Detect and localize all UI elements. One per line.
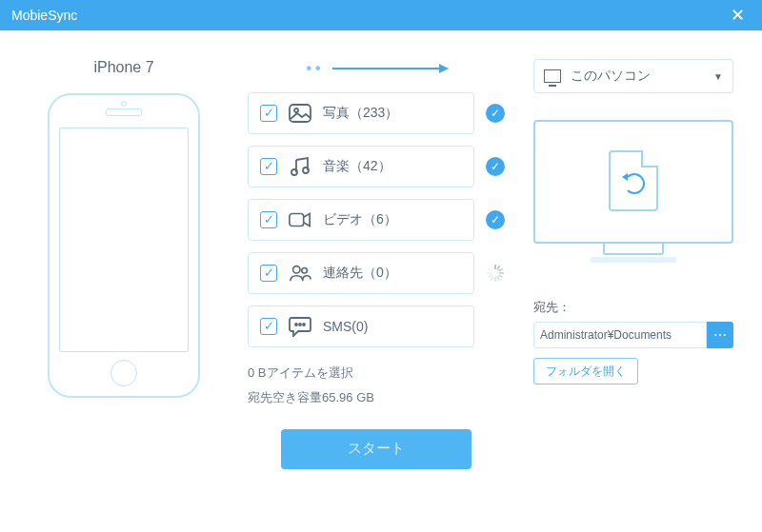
phone-illustration [48,93,200,398]
item-sms[interactable]: ✓ SMS(0) [248,305,474,347]
check-circle-icon: ✓ [486,104,505,123]
checkbox-icon[interactable]: ✓ [260,158,277,175]
video-icon [289,208,311,231]
check-circle-icon: ✓ [486,157,505,176]
data-type-list: ✓ 写真（233） ✓ ✓ 音楽（42） ✓ [248,92,505,347]
item-photos[interactable]: ✓ 写真（233） [248,92,474,134]
svg-point-1 [294,108,298,112]
source-panel: iPhone 7 [29,59,219,513]
item-video[interactable]: ✓ ビデオ（6） [248,199,474,241]
transfer-panel: •• ✓ 写真（233） ✓ ✓ 音楽（4 [248,59,505,513]
item-label: 連絡先（0） [323,265,397,282]
destination-selector-label: このパソコン [571,68,704,85]
item-label: SMS(0) [323,319,368,334]
arrow-icon: •• [248,59,505,77]
open-folder-button[interactable]: フォルダを開く [533,358,638,384]
svg-point-3 [303,167,309,173]
svg-point-6 [302,267,308,273]
freespace-label: 宛先空き容量65.96 GB [248,389,505,406]
monitor-icon [544,69,561,83]
monitor-illustration [533,120,733,244]
chevron-down-icon: ▼ [713,71,723,82]
item-label: 音楽（42） [323,158,391,175]
check-circle-icon: ✓ [486,210,505,229]
spinner-icon [486,265,505,282]
close-icon[interactable]: ✕ [725,5,751,26]
svg-point-9 [303,324,305,325]
titlebar: MobieSync ✕ [0,0,762,30]
file-refresh-icon [609,150,658,211]
sms-icon [289,315,311,338]
checkbox-icon[interactable]: ✓ [260,211,277,228]
photo-icon [289,102,311,125]
item-music[interactable]: ✓ 音楽（42） [248,146,474,187]
item-contacts[interactable]: ✓ 連絡先（0） [248,252,474,294]
contacts-icon [289,262,311,285]
svg-rect-0 [290,105,311,122]
destination-field-label: 宛先： [533,299,733,316]
svg-point-7 [295,324,297,325]
selected-size-label: 0 Bアイテムを選択 [248,365,505,382]
main-content: iPhone 7 •• ✓ 写真（233） ✓ [0,30,762,532]
start-button[interactable]: スタート [281,429,471,469]
app-title: MobieSync [11,8,77,23]
checkbox-icon[interactable]: ✓ [260,318,277,335]
checkbox-icon[interactable]: ✓ [260,105,277,122]
destination-selector[interactable]: このパソコン ▼ [533,59,733,93]
svg-point-8 [299,324,301,325]
music-icon [289,155,311,178]
checkbox-icon[interactable]: ✓ [260,265,277,282]
destination-panel: このパソコン ▼ 宛先： ⋯ フォルダを開く [533,59,733,513]
browse-button[interactable]: ⋯ [707,322,733,348]
item-label: ビデオ（6） [323,211,397,228]
destination-path-input[interactable] [533,322,707,348]
device-name: iPhone 7 [29,59,219,76]
item-label: 写真（233） [323,105,398,122]
svg-rect-4 [290,213,304,226]
svg-point-5 [293,266,300,272]
